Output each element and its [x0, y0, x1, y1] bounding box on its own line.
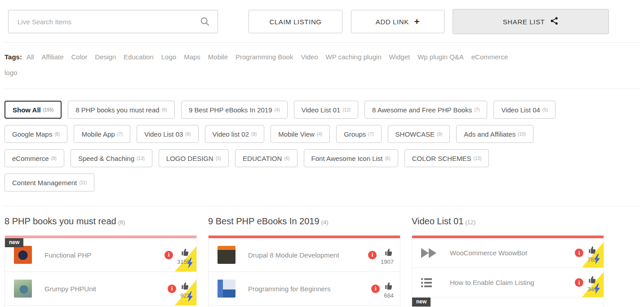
- list-count: (12): [465, 219, 475, 226]
- like-button[interactable]: 3159: [177, 249, 190, 265]
- filter-label: 9 Best PHP eBooks In 2019: [189, 106, 272, 114]
- list-item[interactable]: Grumpy PHPUniti921: [5, 272, 196, 306]
- filter-count: (12): [342, 107, 351, 112]
- list-item[interactable]: How to Enable Claim Listingi349: [412, 268, 604, 298]
- tag-link[interactable]: WP caching plugin: [326, 53, 382, 61]
- filter-button[interactable]: 8 PHP books you must read(6): [68, 101, 175, 119]
- tag-link[interactable]: Widget: [389, 53, 410, 61]
- item-actions: i782: [575, 245, 597, 261]
- plus-icon: +: [414, 17, 420, 26]
- like-count: 782: [587, 256, 597, 263]
- like-button[interactable]: 349: [587, 276, 597, 293]
- info-icon[interactable]: i: [164, 251, 173, 259]
- tag-link[interactable]: Color: [71, 53, 88, 61]
- tag-link[interactable]: Logo: [161, 53, 176, 61]
- filter-button[interactable]: Video List 01(12): [294, 101, 358, 119]
- thumbs-up-icon: [181, 249, 190, 258]
- tag-link[interactable]: Programming Book: [235, 53, 293, 61]
- tag-link[interactable]: Education: [124, 53, 154, 61]
- list-column: 8 PHP books you must read(6)newFunctiona…: [4, 206, 197, 307]
- tag-link[interactable]: Video: [301, 53, 318, 61]
- info-icon[interactable]: i: [368, 251, 377, 259]
- claim-listing-label: CLAIM LISTING: [269, 18, 321, 26]
- filter-button[interactable]: LOGO DESIGN(5): [159, 149, 229, 167]
- filter-button[interactable]: eCommerce(8): [4, 149, 64, 167]
- filter-button[interactable]: EDUCATION(6): [235, 149, 297, 167]
- info-icon[interactable]: i: [371, 285, 380, 293]
- filter-row: Content Management(11): [4, 174, 640, 191]
- filter-button-show-all[interactable]: Show All(155): [4, 101, 62, 119]
- list-title: 8 PHP books you must read(6): [4, 216, 197, 227]
- filter-button[interactable]: Mobile View(4): [271, 125, 330, 143]
- filter-button[interactable]: Video List 04(5): [493, 101, 555, 119]
- tag-link[interactable]: All: [27, 53, 34, 61]
- item-actions: i684: [371, 280, 394, 297]
- like-button[interactable]: 684: [384, 282, 394, 299]
- filter-count: (6): [385, 156, 391, 161]
- filter-count: (5): [542, 107, 548, 112]
- filter-label: 8 PHP books you must read: [76, 106, 160, 114]
- filter-label: Mobile View: [278, 130, 315, 138]
- filter-button[interactable]: Video List 03(6): [137, 125, 199, 143]
- list-card: Drupal 8 Module Developmenti1907Programm…: [208, 236, 400, 307]
- filter-button[interactable]: Font Awesome Icon List(6): [304, 149, 398, 167]
- list-item[interactable]: WooCommerce WoowBoti782: [412, 238, 604, 268]
- share-list-button[interactable]: SHARE LIST: [453, 9, 609, 34]
- tag-link[interactable]: Design: [95, 53, 116, 61]
- like-button[interactable]: 1907: [381, 249, 394, 265]
- thumbs-up-icon: [181, 282, 190, 292]
- like-count: 684: [384, 292, 394, 299]
- filter-button[interactable]: 9 Best PHP eBooks In 2019(4): [181, 101, 288, 119]
- like-button[interactable]: 782: [587, 246, 597, 263]
- list-title: 9 Best PHP eBooks In 2019(4): [208, 216, 400, 227]
- share-icon: [550, 17, 559, 27]
- claim-listing-button[interactable]: CLAIM LISTING: [249, 10, 342, 33]
- filter-count: (4): [317, 132, 322, 137]
- list-item[interactable]: newFunctional PHPi3159: [5, 238, 196, 272]
- filter-button[interactable]: Groups(7): [336, 125, 381, 143]
- info-icon[interactable]: i: [575, 249, 583, 257]
- filter-button[interactable]: Google Maps(8): [4, 125, 67, 143]
- list-item[interactable]: newSetting Up Multi Page Directoryi: [412, 298, 604, 307]
- filter-label: Video List 04: [501, 106, 540, 114]
- list-card: WooCommerce WoowBoti782How to Enable Cla…: [412, 236, 604, 307]
- new-badge: new: [412, 298, 431, 307]
- filter-button[interactable]: 8 Awesome and Free PHP Books(7): [364, 101, 487, 119]
- filter-count: (7): [474, 107, 480, 112]
- thumbs-up-icon: [385, 282, 394, 292]
- tag-link[interactable]: Affiliate: [42, 53, 64, 61]
- filter-button[interactable]: Speed & Chaching(13): [71, 149, 152, 167]
- search-icon[interactable]: [200, 17, 210, 27]
- tag-link[interactable]: Mobile: [208, 53, 228, 61]
- filter-count: (4): [275, 107, 280, 112]
- filter-row: eCommerce(8)Speed & Chaching(13)LOGO DES…: [4, 149, 640, 167]
- tag-link[interactable]: Wp plugin Q&A: [417, 53, 464, 61]
- filter-button[interactable]: Content Management(11): [4, 174, 94, 191]
- filter-button[interactable]: Video list 02(8): [205, 125, 265, 143]
- thumbs-up-icon: [588, 246, 597, 256]
- filter-label: Groups: [344, 130, 366, 138]
- tags-label: Tags:: [4, 53, 22, 61]
- filter-label: Video list 02: [213, 130, 249, 138]
- tag-link[interactable]: Maps: [184, 53, 200, 61]
- tag-link[interactable]: eCommerce: [471, 53, 508, 61]
- filter-count: (13): [473, 156, 481, 161]
- list-item[interactable]: Drupal 8 Module Developmenti1907: [209, 238, 400, 272]
- item-actions: i349: [575, 274, 597, 291]
- search-input[interactable]: [8, 10, 218, 33]
- filter-button[interactable]: Ads and Affiliates(10): [456, 125, 533, 143]
- item-title: WooCommerce WoowBot: [450, 249, 527, 257]
- info-icon[interactable]: i: [575, 278, 583, 287]
- filter-button[interactable]: Mobile App(7): [74, 125, 130, 143]
- filter-button[interactable]: COLOR SCHEMES(13): [404, 149, 489, 167]
- item-actions: i3159: [164, 247, 190, 263]
- like-button[interactable]: 921: [180, 282, 190, 299]
- tag-link[interactable]: logo: [4, 69, 17, 76]
- new-badge: new: [5, 238, 23, 247]
- filter-button[interactable]: SHOWCASE(9): [388, 125, 450, 143]
- list-count: (6): [118, 219, 125, 226]
- item-title: Functional PHP: [44, 251, 91, 259]
- add-link-button[interactable]: ADD LINK +: [351, 10, 444, 33]
- list-item[interactable]: Programming for Beginnersi684: [209, 272, 400, 306]
- info-icon[interactable]: i: [168, 285, 176, 293]
